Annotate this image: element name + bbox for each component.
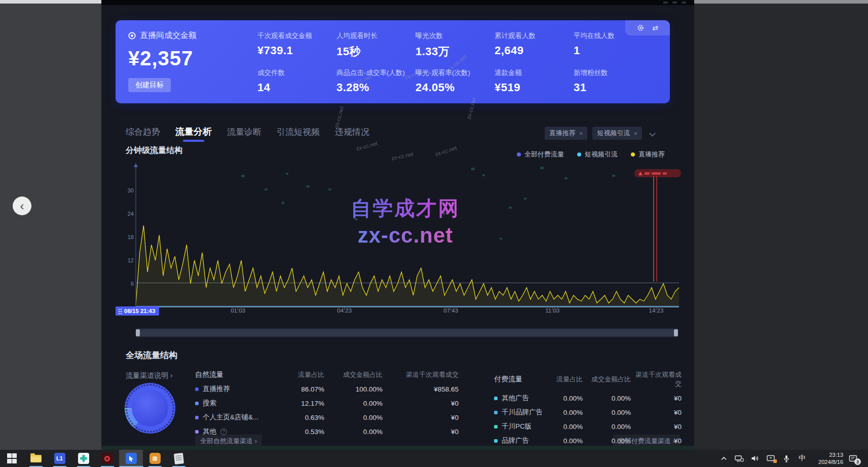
folder-icon xyxy=(30,455,42,462)
tray-volume-icon[interactable] xyxy=(749,450,761,467)
table-row-name[interactable]: 千川PC版 xyxy=(494,422,547,431)
primary-metric-label: 直播间成交金额 xyxy=(140,30,197,41)
legend-label: 短视频引流 xyxy=(585,150,618,159)
red-ring-app-icon xyxy=(102,453,113,464)
close-icon[interactable]: × xyxy=(579,130,583,137)
time-range-start-chip[interactable]: 08/15 21:43 xyxy=(116,306,159,316)
gmv-share-value: 0.00% xyxy=(324,400,383,407)
window-toolbar-icons xyxy=(663,2,686,4)
close-icon[interactable]: × xyxy=(633,130,637,137)
taskbar-app-red-ring[interactable] xyxy=(95,450,119,467)
warning-triangle-icon xyxy=(638,172,643,175)
x-axis-tick-label: 07:43 xyxy=(443,307,458,314)
swap-icon[interactable]: ⇄ xyxy=(652,24,658,32)
metric: 退款金额¥519 xyxy=(495,68,574,105)
metric-label: 累计观看人数 xyxy=(495,31,574,41)
chart-canvas[interactable] xyxy=(126,167,683,314)
table-header: 成交金额占比 xyxy=(583,375,631,384)
legend-dot xyxy=(631,152,635,157)
taskbar-app-notepad[interactable] xyxy=(167,450,191,467)
metric-label: 曝光-观看率(次数) xyxy=(416,68,495,77)
traffic-line-chart[interactable]: 30241812608/15 21:4301:0304:2307:4311:03… xyxy=(126,165,689,323)
notification-count-badge: 3 xyxy=(854,458,861,465)
legend-label: 全部付费流量 xyxy=(524,150,564,159)
tray-ime-indicator[interactable]: 中 xyxy=(796,450,808,467)
tab-4[interactable]: 引流短视频 xyxy=(277,126,320,142)
traffic-share-value: 0.00% xyxy=(547,395,583,402)
y-axis-tick-label: 12 xyxy=(126,257,134,263)
metric: 千次观看成交金额¥739.1 xyxy=(257,31,336,68)
start-button[interactable] xyxy=(0,450,24,467)
filter-tag[interactable]: 短视频引流× xyxy=(592,127,642,140)
taskbar-app-teal[interactable] xyxy=(71,450,95,467)
gmv-share-value: 0.00% xyxy=(583,395,631,402)
taskbar-app-l1[interactable]: L1 xyxy=(48,450,71,467)
metric: 平均在线人数1 xyxy=(574,31,653,68)
traffic-share-value: 12.17% xyxy=(274,400,324,407)
metric-label: 退款金额 xyxy=(495,68,574,77)
tray-clock[interactable]: 23:13 2024/8/16 xyxy=(812,451,843,466)
tray-date: 2024/8/16 xyxy=(812,458,843,465)
tray-screenshare-icon[interactable] xyxy=(765,450,777,467)
table-row-name[interactable]: 个人主页&店铺&... xyxy=(195,413,274,422)
system-tray: 中 23:13 2024/8/16 3 xyxy=(718,450,868,467)
gmv-share-value: 0.00% xyxy=(583,409,631,416)
info-icon[interactable]: ? xyxy=(220,429,227,435)
gpm-value: ¥0 xyxy=(383,400,459,407)
gpm-value: ¥0 xyxy=(631,423,682,431)
previous-button[interactable]: ‹ xyxy=(13,197,31,215)
metric-value: 15秒 xyxy=(336,44,416,59)
tray-notification-icon[interactable]: 3 xyxy=(847,450,859,467)
table-header: 流量占比 xyxy=(547,375,583,384)
filter-tag[interactable]: 直播推荐× xyxy=(545,127,588,140)
channel-name: 搜索 xyxy=(203,399,216,408)
legend-item[interactable]: 全部付费流量 xyxy=(517,150,564,159)
table-row-name[interactable]: 品牌广告 xyxy=(494,436,547,445)
chevron-down-icon[interactable] xyxy=(649,130,656,137)
tab-5[interactable]: 违规情况 xyxy=(335,126,369,142)
gpm-value: ¥0 xyxy=(383,428,459,436)
slider-range[interactable] xyxy=(140,329,674,336)
table-row-name[interactable]: 直播推荐 xyxy=(195,384,274,394)
primary-metric-value: ¥2,357 xyxy=(128,47,197,70)
table-row-name[interactable]: 搜索 xyxy=(195,399,274,408)
slider-handle-left[interactable] xyxy=(136,329,140,336)
window-top-bar xyxy=(101,0,694,5)
metric-value: 24.05% xyxy=(416,81,495,94)
taskbar-app-cursor-active[interactable] xyxy=(119,450,143,467)
tray-microphone-icon[interactable] xyxy=(780,450,792,467)
tab-1[interactable]: 综合趋势 xyxy=(126,126,160,142)
metric-value: 3.28% xyxy=(336,81,416,94)
gear-icon[interactable] xyxy=(637,24,644,31)
legend-item[interactable]: 短视频引流 xyxy=(577,150,618,159)
tab-2[interactable]: 流量分析 xyxy=(175,126,212,142)
tray-chevron-up-icon[interactable] xyxy=(718,450,730,467)
taskbar-file-explorer[interactable] xyxy=(24,450,48,467)
metric-label: 曝光次数 xyxy=(416,31,495,41)
gpm-value: ¥0 xyxy=(631,409,682,416)
tray-network-icon[interactable] xyxy=(733,450,745,467)
windows-taskbar: L1 xyxy=(0,450,868,467)
metric-label: 千次观看成交金额 xyxy=(257,31,336,41)
metric-value: 1 xyxy=(574,44,653,57)
table-header: 渠道千次观看成交 xyxy=(383,370,459,379)
gpm-value: ¥0 xyxy=(383,414,459,421)
metric-value: 2,649 xyxy=(495,44,574,57)
tab-3[interactable]: 流量诊断 xyxy=(227,126,261,142)
y-axis-tick-label: 18 xyxy=(126,234,134,240)
table-header: 渠道千次观看成交 xyxy=(631,370,682,388)
table-row-name[interactable]: 其他广告 xyxy=(494,394,547,403)
traffic-section-title: 全场流量结构 xyxy=(126,349,177,361)
gmv-share-value: 100.00% xyxy=(324,385,383,393)
taskbar-app-orange[interactable] xyxy=(143,450,167,467)
traffic-share-value: 86.07% xyxy=(274,385,324,393)
channel-note-link[interactable]: 流量渠道说明 › xyxy=(126,371,173,380)
chart-zoom-slider[interactable] xyxy=(136,328,678,337)
create-goal-button[interactable]: 创建目标 xyxy=(128,78,171,92)
table-header-name: 付费流量 xyxy=(494,375,547,384)
gpm-value: ¥0 xyxy=(631,395,682,402)
small-watermark: zx-cc.net xyxy=(391,151,414,162)
legend-item[interactable]: 直播推荐 xyxy=(631,150,665,159)
slider-handle-right[interactable] xyxy=(674,329,678,336)
table-row-name[interactable]: 千川品牌广告 xyxy=(494,408,547,417)
